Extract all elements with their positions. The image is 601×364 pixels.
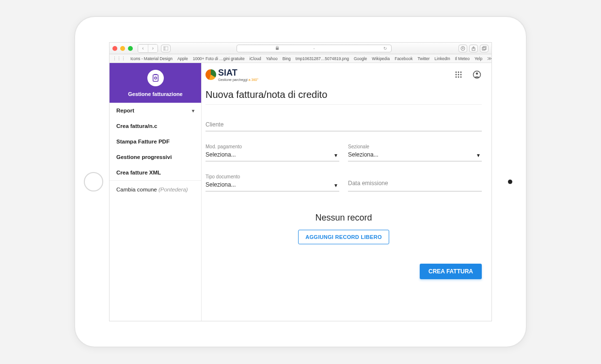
sidebar-item-progressivi[interactable]: Gestione progressivi <box>110 149 201 165</box>
logo-badge-icon <box>206 69 216 80</box>
sidebar-header-title: Gestione fatturazione <box>112 91 198 97</box>
sidebar-footer-label: Cambia comune <box>116 187 157 192</box>
chevron-down-icon: ▾ <box>192 108 194 113</box>
maximize-window[interactable] <box>128 46 133 51</box>
sezionale-select[interactable]: Sezionale Seleziona... ▼ <box>348 144 482 161</box>
screen: ‹ › - ↻ <box>109 42 492 321</box>
sidebar-header: Gestione fatturazione <box>110 63 201 103</box>
app-main: SIAT Gestione parcheggi a 360° <box>202 63 491 321</box>
create-invoice-button[interactable]: CREA FATTURA <box>420 264 482 279</box>
close-window[interactable] <box>112 46 117 51</box>
apps-menu-icon[interactable] <box>454 70 463 79</box>
sidebar-item-label: Stampa Fatture PDF <box>116 139 170 144</box>
bookmark-item[interactable]: Wikipedia <box>372 56 390 61</box>
svg-point-9 <box>456 72 457 73</box>
bookmark-item[interactable]: iCloud <box>250 56 261 61</box>
data-emissione-field[interactable]: Data emissione <box>348 174 482 191</box>
page-title: Nuova fattura/nota di credito <box>206 84 482 105</box>
invoice-form: Cliente Mod. pagamento Seleziona... ▼ Se… <box>206 105 482 279</box>
sidebar-item-crea-fattura[interactable]: Crea fattura/n.c <box>110 118 201 134</box>
cliente-field[interactable]: Cliente <box>206 115 482 131</box>
svg-point-16 <box>458 77 459 78</box>
account-icon[interactable] <box>472 70 482 79</box>
bookmarks-bar: ⋮⋮⋮ Icons - Material Design Apple 1000+ … <box>110 54 491 63</box>
downloads-button[interactable] <box>459 45 467 52</box>
field-label: Data emissione <box>348 174 482 190</box>
sidebar-footer-location: (Pontedera) <box>158 187 188 192</box>
sidebar-item-label: Gestione progressivi <box>116 154 172 160</box>
svg-point-14 <box>460 74 462 76</box>
bookmark-item[interactable]: Apple <box>177 56 188 61</box>
nav-buttons: ‹ › <box>138 44 158 53</box>
field-value: Seleziona... <box>348 149 482 161</box>
app-topbar: SIAT Gestione parcheggi a 360° <box>206 68 482 84</box>
more-bookmarks-icon[interactable]: ≫ <box>487 56 491 61</box>
empty-state-text: Nessun record <box>315 213 372 223</box>
sidebar-item-report[interactable]: Report ▾ <box>110 103 201 118</box>
bookmark-item[interactable]: Yahoo <box>266 56 278 61</box>
lock-icon <box>275 46 279 51</box>
svg-rect-0 <box>163 47 168 50</box>
svg-point-17 <box>460 77 462 78</box>
bookmark-item[interactable]: tmp10631287…5074819.png <box>296 56 349 61</box>
svg-point-10 <box>458 72 459 73</box>
svg-point-8 <box>154 77 157 79</box>
sidebar-item-label: Crea fatture XML <box>116 170 161 175</box>
back-button[interactable]: ‹ <box>138 45 148 52</box>
sidebar-nav: Report ▾ Crea fattura/n.c Stampa Fatture… <box>110 103 201 180</box>
mod-pagamento-select[interactable]: Mod. pagamento Seleziona... ▼ <box>206 144 339 161</box>
url-bar[interactable]: - ↻ <box>237 45 392 52</box>
app-body: Gestione fatturazione Report ▾ Crea fatt… <box>110 63 491 321</box>
dropdown-caret-icon: ▼ <box>476 153 481 158</box>
svg-rect-6 <box>483 47 486 49</box>
field-label: Cliente <box>206 115 482 131</box>
tablet-frame: ‹ › - ↻ <box>75 17 526 347</box>
field-label: Tipo documento <box>206 174 339 179</box>
bookmark-item[interactable]: Il Meteo <box>455 56 470 61</box>
add-record-button[interactable]: AGGIUNGI RECORD LIBERO <box>298 230 389 244</box>
dropdown-caret-icon: ▼ <box>333 153 338 158</box>
sidebar-item-stampa-pdf[interactable]: Stampa Fatture PDF <box>110 134 201 149</box>
dropdown-caret-icon: ▼ <box>333 183 338 188</box>
svg-point-11 <box>460 72 462 73</box>
sidebar-item-label: Crea fattura/n.c <box>116 123 157 129</box>
svg-rect-5 <box>482 47 485 50</box>
field-label: Mod. pagamento <box>206 144 339 149</box>
logo-tagline: Gestione parcheggi a 360° <box>218 78 258 81</box>
forward-button[interactable]: › <box>148 45 158 52</box>
field-value: Seleziona... <box>206 149 339 161</box>
apps-grid-icon[interactable]: ⋮⋮⋮ <box>112 56 126 61</box>
bookmark-item[interactable]: Icons - Material Design <box>130 56 173 61</box>
svg-point-12 <box>456 74 457 76</box>
share-button[interactable] <box>469 45 478 52</box>
show-sidebar-button[interactable] <box>161 45 171 52</box>
url-text: - <box>314 46 315 51</box>
home-button[interactable] <box>84 172 103 191</box>
svg-point-13 <box>458 74 459 76</box>
app-sidebar: Gestione fatturazione Report ▾ Crea fatt… <box>110 63 202 321</box>
bookmark-item[interactable]: Google <box>354 56 367 61</box>
browser-toolbar: ‹ › - ↻ <box>110 43 491 54</box>
svg-point-19 <box>476 73 478 75</box>
sidebar-footer[interactable]: Cambia comune (Pontedera) <box>110 180 201 198</box>
bookmark-item[interactable]: Twitter <box>418 56 430 61</box>
sidebar-item-crea-xml[interactable]: Crea fatture XML <box>110 165 201 180</box>
app-logo: SIAT Gestione parcheggi a 360° <box>206 68 258 81</box>
field-label: Sezionale <box>348 144 482 149</box>
svg-rect-2 <box>276 47 279 50</box>
sidebar-header-icon <box>147 70 164 86</box>
field-value: Seleziona... <box>206 179 339 191</box>
tabs-button[interactable] <box>480 45 489 52</box>
bookmark-item[interactable]: 1000+ Foto di …gini gratuite <box>193 56 245 61</box>
front-camera <box>508 180 512 184</box>
sidebar-item-label: Report <box>116 108 134 113</box>
bookmark-item[interactable]: Bing <box>283 56 291 61</box>
tipo-documento-select[interactable]: Tipo documento Seleziona... ▼ <box>206 174 339 191</box>
window-controls <box>112 46 133 51</box>
minimize-window[interactable] <box>120 46 125 51</box>
bookmark-item[interactable]: Facebook <box>395 56 412 61</box>
reload-icon[interactable]: ↻ <box>383 46 387 51</box>
bookmark-item[interactable]: LinkedIn <box>435 56 450 61</box>
bookmark-item[interactable]: Yelp <box>474 56 482 61</box>
logo-text: SIAT <box>218 68 258 78</box>
